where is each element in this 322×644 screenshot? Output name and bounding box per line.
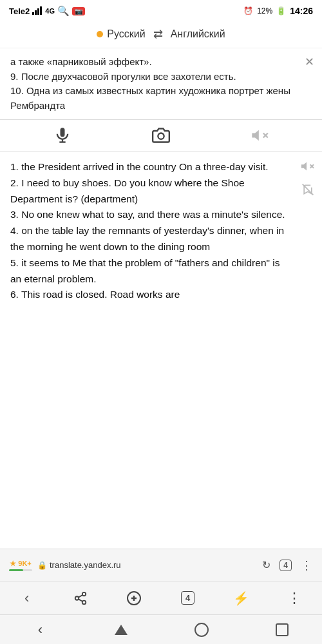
source-lang-label: Русский — [107, 28, 145, 40]
lightning-icon: ⚡ — [233, 590, 249, 606]
system-recents-button[interactable] — [161, 623, 242, 637]
navigation-bar: ‹ 4 ⚡ ⋮ — [0, 581, 322, 614]
svg-rect-4 — [60, 128, 64, 137]
bookmark-button[interactable] — [301, 182, 314, 200]
browser-bar: ★ 9K+ 🔒 translate.yandex.ru ↻ 4 ⋮ — [0, 549, 322, 581]
svg-point-7 — [158, 133, 164, 139]
reload-button[interactable]: ↻ — [262, 559, 270, 571]
target-language[interactable]: Английский — [171, 28, 225, 40]
svg-rect-1 — [35, 10, 37, 15]
menu-button[interactable]: ⋮ — [301, 558, 313, 572]
close-button[interactable]: ✕ — [305, 55, 314, 69]
home-triangle-icon — [115, 625, 128, 635]
signal-strength — [32, 6, 43, 16]
system-home-button[interactable] — [80, 625, 161, 635]
svg-point-15 — [82, 592, 86, 596]
search-icon[interactable]: 🔍 — [57, 5, 70, 17]
svg-rect-2 — [37, 8, 39, 15]
star-progress-fill — [9, 569, 23, 571]
speaker-button[interactable] — [300, 159, 314, 177]
system-nav-bar: ‹ — [0, 614, 322, 644]
svg-line-19 — [79, 594, 82, 597]
svg-marker-11 — [301, 162, 307, 171]
svg-marker-8 — [252, 130, 260, 141]
lock-icon: 🔒 — [37, 561, 47, 570]
url-text: translate.yandex.ru — [50, 560, 121, 570]
status-right: ⏰ 12% 🔋 14:26 — [243, 6, 313, 16]
source-lang-dot — [97, 31, 103, 37]
recents-circle-icon — [194, 623, 209, 637]
russian-text-content[interactable]: а также «парниковый эффект». 9. После дв… — [10, 55, 312, 113]
translator-header: Русский ⇄ Английский — [0, 21, 322, 48]
svg-point-17 — [82, 600, 86, 604]
star-rating-badge: ★ 9K+ — [9, 560, 32, 571]
back-button[interactable]: ‹ — [0, 590, 53, 607]
svg-rect-3 — [40, 6, 42, 15]
alarm-icon: ⏰ — [243, 6, 253, 15]
system-back-button[interactable]: ‹ — [0, 621, 80, 638]
browser-actions: ↻ 4 ⋮ — [262, 558, 313, 572]
carrier-name: Tele2 — [9, 6, 30, 16]
source-language[interactable]: Русский — [97, 28, 145, 40]
more-options-button[interactable]: ⚡ — [214, 590, 268, 606]
new-tab-button[interactable] — [108, 590, 161, 606]
swap-languages-button[interactable]: ⇄ — [153, 27, 163, 41]
target-lang-label: Английский — [171, 28, 225, 39]
action-row — [0, 120, 322, 151]
microphone-button[interactable] — [53, 126, 71, 144]
russian-input-section: а также «парниковый эффект». 9. После дв… — [0, 48, 322, 120]
english-text-content: 1. the President arrived in the country … — [10, 159, 312, 303]
volume-mute-button[interactable] — [251, 126, 269, 144]
battery-percent: 12% — [257, 6, 272, 15]
tabs-button[interactable]: 4 — [161, 591, 214, 605]
dots-icon: ⋮ — [287, 590, 303, 607]
clock: 14:26 — [290, 6, 313, 16]
star-label: ★ 9K+ — [10, 560, 32, 568]
url-bar[interactable]: 🔒 translate.yandex.ru — [37, 560, 257, 570]
carrier-info: Tele2 4G 🔍 📷 — [9, 5, 85, 17]
system-overview-button[interactable] — [242, 623, 322, 636]
notification-icon: 📷 — [72, 7, 85, 15]
tabs-badge[interactable]: 4 — [279, 560, 292, 571]
tabs-count-badge: 4 — [181, 591, 194, 605]
status-bar: Tele2 4G 🔍 📷 ⏰ 12% 🔋 14:26 — [0, 0, 322, 21]
svg-rect-0 — [32, 12, 34, 15]
overview-square-icon — [276, 623, 289, 636]
svg-line-18 — [79, 599, 82, 601]
svg-point-16 — [75, 596, 79, 600]
network-type: 4G — [45, 7, 55, 15]
extra-menu-button[interactable]: ⋮ — [269, 590, 322, 607]
camera-button[interactable] — [152, 126, 170, 144]
star-progress-bar — [9, 569, 32, 571]
share-button[interactable] — [53, 591, 107, 605]
english-translation-section: 1. the President arrived in the country … — [0, 151, 322, 549]
battery-icon: 🔋 — [276, 6, 286, 15]
